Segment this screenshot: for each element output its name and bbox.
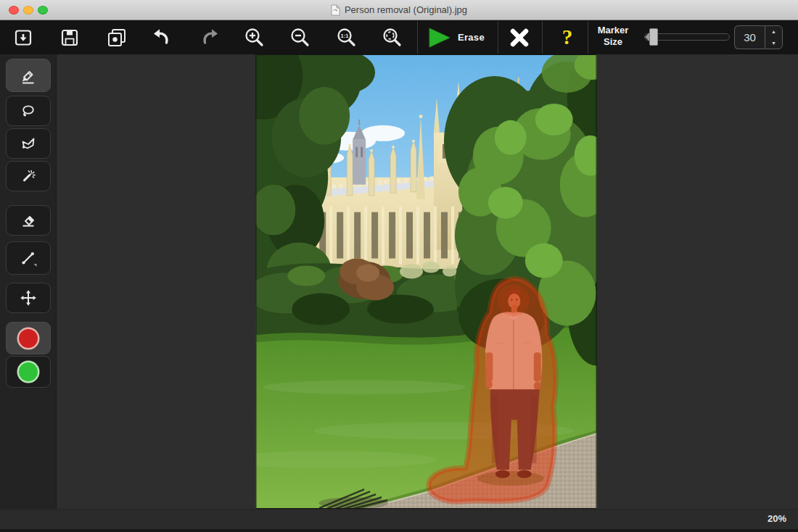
- zoom-level-readout: 20%: [768, 513, 786, 524]
- magic-wand-icon: [20, 167, 37, 185]
- tool-magic-wand[interactable]: [6, 161, 51, 191]
- marker-size-label: Marker Size: [589, 25, 637, 47]
- tool-polygon-lasso[interactable]: [6, 128, 51, 159]
- marker-size-slider-thumb[interactable]: [649, 28, 658, 46]
- open-image-icon: [12, 27, 34, 49]
- zoom-in-icon: [243, 27, 265, 49]
- cancel-x-icon: [509, 27, 530, 49]
- marker-color-red-button[interactable]: [6, 322, 51, 354]
- undo-button[interactable]: [147, 23, 178, 51]
- tool-marker[interactable]: [6, 59, 51, 92]
- help-button[interactable]: ?: [551, 22, 583, 53]
- svg-text:1:1: 1:1: [341, 33, 349, 39]
- stepper-up-button[interactable]: ▲: [765, 26, 782, 38]
- marker-size-stepper: ▲ ▼: [765, 25, 783, 49]
- compare-original-icon: [106, 27, 128, 49]
- marker-color-green-button[interactable]: [6, 356, 51, 388]
- toolbar-separator: [498, 21, 498, 54]
- tool-eraser[interactable]: [6, 205, 51, 236]
- line-tool-icon: [20, 249, 37, 267]
- erase-button-label: Erase: [458, 32, 485, 43]
- green-color-swatch-icon: [19, 362, 38, 381]
- marker-size-slider[interactable]: [644, 33, 730, 41]
- redo-button[interactable]: [193, 23, 225, 51]
- app-window: Person removal (Original).jpg: [0, 0, 798, 532]
- zoom-out-icon: [289, 27, 310, 49]
- document-proxy-icon: [331, 4, 340, 16]
- window-title: Person removal (Original).jpg: [345, 4, 467, 15]
- lasso-icon: [20, 102, 37, 120]
- toolbar: 1:1 Erase ?: [0, 20, 798, 54]
- red-color-swatch-icon: [19, 329, 38, 348]
- redo-icon: [198, 27, 220, 49]
- save-button[interactable]: [54, 23, 86, 51]
- eraser-icon: [20, 212, 37, 229]
- stepper-down-icon: ▼: [771, 41, 776, 46]
- tool-sidebar: [0, 54, 57, 509]
- move-icon: [20, 289, 37, 307]
- marker-size-input[interactable]: [734, 25, 765, 49]
- zoom-out-button[interactable]: [284, 23, 316, 51]
- zoom-fit-icon: [381, 27, 403, 49]
- compare-original-button[interactable]: [101, 23, 133, 51]
- zoom-in-button[interactable]: [238, 23, 270, 51]
- undo-icon: [152, 27, 173, 49]
- toolbar-separator: [417, 21, 418, 54]
- zoom-actual-size-button[interactable]: 1:1: [330, 23, 362, 51]
- photo-canvas[interactable]: [255, 54, 597, 509]
- tool-lasso[interactable]: [6, 96, 51, 126]
- tool-move[interactable]: [6, 283, 51, 313]
- titlebar: Person removal (Original).jpg: [0, 0, 798, 20]
- erase-button[interactable]: Erase: [424, 23, 496, 51]
- marker-pen-icon: [20, 67, 37, 84]
- zoom-window-button[interactable]: [38, 6, 48, 14]
- zoom-fit-button[interactable]: [376, 23, 408, 51]
- stepper-up-icon: ▲: [771, 29, 776, 34]
- toolbar-separator: [542, 21, 543, 54]
- zoom-actual-size-icon: 1:1: [335, 27, 357, 49]
- save-icon: [59, 27, 81, 49]
- play-erase-icon: [428, 27, 451, 49]
- stepper-down-button[interactable]: ▼: [765, 38, 782, 49]
- help-icon: ?: [562, 25, 573, 49]
- toolbar-separator: [588, 21, 588, 54]
- close-window-button[interactable]: [9, 6, 19, 14]
- tool-line[interactable]: [6, 241, 51, 275]
- statusbar: 20%: [0, 509, 798, 532]
- minimize-window-button[interactable]: [23, 6, 33, 14]
- polygon-lasso-icon: [20, 135, 37, 152]
- line-tool-dropdown-arrow: [34, 264, 37, 267]
- cancel-button[interactable]: [503, 23, 535, 51]
- photo-scene: [255, 54, 597, 509]
- open-image-button[interactable]: [7, 23, 39, 51]
